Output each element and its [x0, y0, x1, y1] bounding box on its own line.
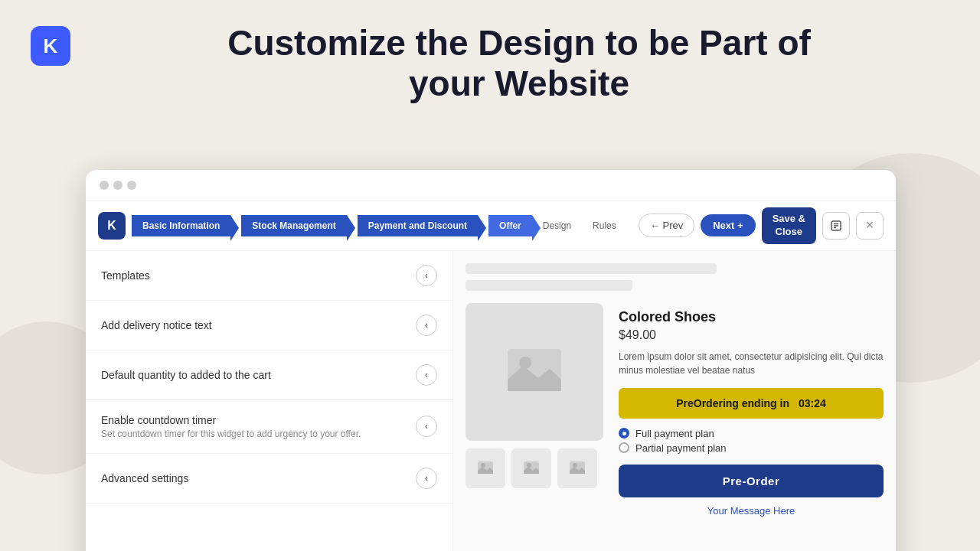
- thumb-3[interactable]: [557, 448, 597, 488]
- step-navigation: Basic Information Stock Management Payme…: [132, 215, 635, 236]
- sidebar-item-delivery[interactable]: Add delivery notice text ‹: [86, 301, 452, 350]
- radio-full[interactable]: [619, 428, 629, 439]
- payment-partial-label: Partial payment plan: [635, 442, 727, 454]
- sidebar-toggle-countdown[interactable]: ‹: [416, 416, 437, 437]
- radio-partial[interactable]: [619, 442, 629, 453]
- thumb-1[interactable]: [466, 448, 505, 488]
- sidebar-toggle-delivery[interactable]: ‹: [416, 315, 437, 336]
- window-chrome: [86, 170, 896, 201]
- page-title-block: Customize the Design to be Part of your …: [89, 23, 949, 104]
- sidebar-toggle-templates[interactable]: ‹: [416, 265, 437, 286]
- sidebar-item-countdown-label: Enable countdown timer: [101, 414, 361, 426]
- product-description: Lorem ipsum dolor sit amet, consectetur …: [619, 350, 884, 377]
- sidebar-item-templates[interactable]: Templates ‹: [86, 251, 452, 301]
- skeleton-bar-2: [466, 280, 632, 291]
- payment-option-partial[interactable]: Partial payment plan: [619, 442, 884, 454]
- thumb-2[interactable]: [511, 448, 551, 488]
- sidebar-item-countdown[interactable]: Enable countdown timer Set countdown tim…: [86, 400, 452, 454]
- page-header: K Customize the Design to be Part of you…: [0, 0, 980, 119]
- step-offer[interactable]: Offer: [488, 215, 532, 236]
- next-button[interactable]: Next +: [701, 214, 755, 236]
- svg-point-5: [519, 357, 531, 369]
- product-preview: Colored Shoes $49.00 Lorem ipsum dolor s…: [466, 303, 884, 517]
- close-button[interactable]: ×: [856, 212, 884, 240]
- chrome-dot-3: [127, 181, 136, 190]
- step-rules[interactable]: Rules: [582, 215, 627, 236]
- sidebar-item-advanced[interactable]: Advanced settings ‹: [86, 454, 452, 504]
- preorder-label: PreOrdering ending in: [676, 397, 789, 409]
- content-area: Templates ‹ Add delivery notice text ‹ D…: [86, 251, 896, 551]
- thumbnail-row: [466, 448, 603, 488]
- sidebar-toggle-advanced[interactable]: ‹: [416, 468, 437, 489]
- app-window: K Basic Information Stock Management Pay…: [86, 170, 896, 551]
- toolbar: K Basic Information Stock Management Pay…: [86, 201, 896, 251]
- preorder-timer: 03:24: [799, 397, 826, 409]
- sidebar-item-templates-label: Templates: [101, 269, 150, 282]
- sidebar-item-delivery-label: Add delivery notice text: [101, 319, 212, 331]
- product-name: Colored Shoes: [619, 309, 884, 325]
- product-price: $49.00: [619, 328, 884, 342]
- page-title: Customize the Design to be Part of your …: [220, 23, 818, 104]
- payment-option-full[interactable]: Full payment plan: [619, 428, 884, 439]
- chrome-dot-2: [113, 181, 122, 190]
- preorder-countdown-bar: PreOrdering ending in 03:24: [619, 388, 884, 419]
- toolbar-actions: ← Prev Next + Save &Close ×: [639, 207, 884, 244]
- svg-point-7: [481, 463, 485, 468]
- preview-area: Colored Shoes $49.00 Lorem ipsum dolor s…: [453, 251, 896, 551]
- sidebar-item-advanced-label: Advanced settings: [101, 472, 188, 484]
- product-info: Colored Shoes $49.00 Lorem ipsum dolor s…: [619, 303, 884, 517]
- sidebar-toggle-quantity[interactable]: ‹: [416, 364, 437, 386]
- step-payment-discount[interactable]: Payment and Discount: [358, 215, 478, 236]
- sidebar-item-quantity[interactable]: Default quantity to added to the cart ‹: [86, 350, 452, 400]
- preorder-button[interactable]: Pre-Order: [619, 465, 884, 497]
- sidebar-item-quantity-label: Default quantity to added to the cart: [101, 369, 271, 381]
- skeleton-bar-1: [466, 263, 717, 274]
- chrome-dot-1: [100, 181, 109, 190]
- svg-point-9: [527, 463, 531, 468]
- prev-button[interactable]: ← Prev: [639, 214, 694, 237]
- save-close-button[interactable]: Save &Close: [762, 207, 816, 244]
- toolbar-logo: K: [98, 212, 126, 240]
- svg-point-11: [573, 463, 577, 468]
- product-images: [466, 303, 603, 517]
- step-basic-information[interactable]: Basic Information: [132, 215, 230, 236]
- step-stock-management[interactable]: Stock Management: [241, 215, 346, 236]
- payment-full-label: Full payment plan: [635, 428, 714, 439]
- brand-logo: K: [31, 26, 70, 66]
- message-link[interactable]: Your Message Here: [619, 505, 884, 517]
- main-product-image: [466, 303, 603, 441]
- sidebar: Templates ‹ Add delivery notice text ‹ D…: [86, 251, 453, 551]
- payment-options: Full payment plan Partial payment plan: [619, 428, 884, 454]
- sidebar-item-countdown-sub: Set countdown timer for this widget to a…: [101, 429, 361, 439]
- help-button[interactable]: [822, 212, 850, 240]
